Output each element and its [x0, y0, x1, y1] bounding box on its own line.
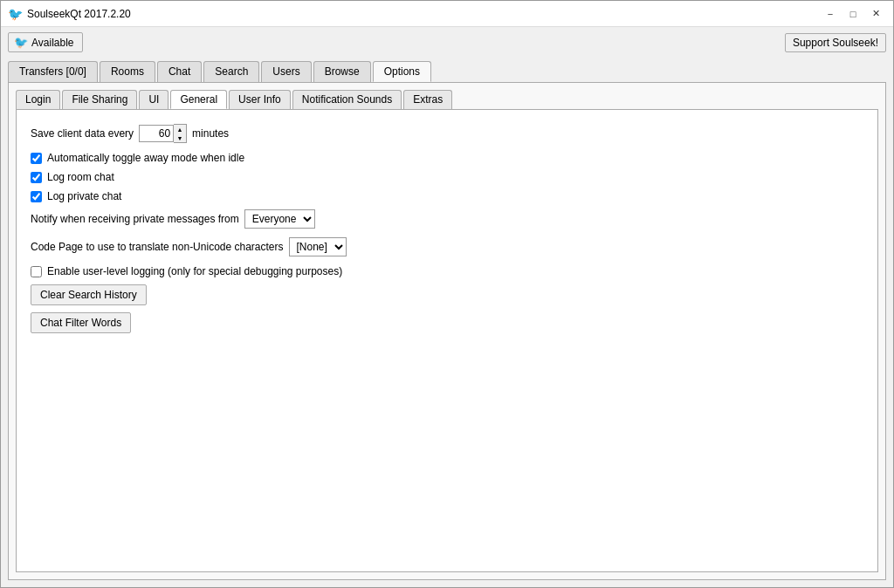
log-private-row: Log private chat [31, 190, 863, 202]
nav-tabs: Transfers [0/0] Rooms Chat Search Users … [1, 58, 893, 82]
save-client-label: Save client data every [31, 127, 134, 140]
notify-select[interactable]: Everyone Friends No one [244, 209, 315, 229]
subtab-extras[interactable]: Extras [403, 90, 452, 109]
tab-browse[interactable]: Browse [313, 61, 371, 82]
tab-transfers[interactable]: Transfers [0/0] [8, 61, 98, 82]
save-interval-input[interactable] [139, 125, 174, 142]
log-room-row: Log room chat [31, 171, 863, 183]
code-page-label: Code Page to use to translate non-Unicod… [31, 241, 284, 253]
subtab-file-sharing[interactable]: File Sharing [62, 90, 137, 109]
minimize-button[interactable]: − [820, 5, 841, 23]
title-bar-left: 🐦 SoulseekQt 2017.2.20 [8, 7, 131, 21]
user-logging-checkbox[interactable] [31, 266, 42, 277]
tab-chat[interactable]: Chat [157, 61, 202, 82]
general-panel: Save client data every ▲ ▼ minutes Autom… [16, 109, 878, 572]
title-bar: 🐦 SoulseekQt 2017.2.20 − □ ✕ [1, 1, 893, 27]
auto-away-label: Automatically toggle away mode when idle [47, 152, 244, 164]
notify-label: Notify when receiving private messages f… [31, 213, 239, 225]
maximize-button[interactable]: □ [842, 5, 863, 23]
spin-down-button[interactable]: ▼ [174, 133, 186, 142]
clear-history-button[interactable]: Clear Search History [31, 284, 147, 305]
save-interval-spinner[interactable]: ▲ ▼ [139, 124, 187, 143]
close-button[interactable]: ✕ [865, 5, 886, 23]
subtab-login[interactable]: Login [16, 90, 60, 109]
save-client-row: Save client data every ▲ ▼ minutes [31, 124, 863, 143]
code-page-select[interactable]: [None] [289, 237, 347, 256]
log-private-label: Log private chat [47, 190, 121, 202]
toolbar: 🐦 Available Support Soulseek! [1, 27, 893, 58]
available-button[interactable]: 🐦 Available [8, 32, 83, 52]
code-page-row: Code Page to use to translate non-Unicod… [31, 237, 863, 256]
chat-filter-container: Chat Filter Words [31, 312, 863, 333]
subtab-general[interactable]: General [170, 90, 227, 109]
content-area: Login File Sharing UI General User Info … [8, 82, 886, 580]
tab-search[interactable]: Search [203, 61, 259, 82]
subtab-ui[interactable]: UI [139, 90, 168, 109]
save-client-suffix: minutes [192, 127, 229, 140]
subtab-user-info[interactable]: User Info [229, 90, 291, 109]
spinner-buttons: ▲ ▼ [174, 124, 187, 143]
user-logging-label: Enable user-level logging (only for spec… [47, 265, 342, 277]
log-room-label: Log room chat [47, 171, 114, 183]
spin-up-button[interactable]: ▲ [174, 125, 186, 133]
window-controls: − □ ✕ [820, 5, 886, 23]
chat-filter-button[interactable]: Chat Filter Words [31, 312, 131, 333]
notify-row: Notify when receiving private messages f… [31, 209, 863, 229]
tab-options[interactable]: Options [373, 61, 431, 82]
available-label: Available [31, 37, 73, 49]
sub-tabs: Login File Sharing UI General User Info … [9, 83, 885, 109]
log-room-checkbox[interactable] [31, 172, 42, 183]
subtab-notification-sounds[interactable]: Notification Sounds [292, 90, 402, 109]
log-private-checkbox[interactable] [31, 191, 42, 202]
auto-away-checkbox[interactable] [31, 153, 42, 164]
support-button[interactable]: Support Soulseek! [785, 33, 886, 52]
clear-history-container: Clear Search History [31, 284, 863, 305]
tab-users[interactable]: Users [261, 61, 311, 82]
user-logging-row: Enable user-level logging (only for spec… [31, 265, 863, 277]
tab-rooms[interactable]: Rooms [100, 61, 155, 82]
main-window: 🐦 SoulseekQt 2017.2.20 − □ ✕ 🐦 Available… [0, 0, 894, 588]
app-icon: 🐦 [8, 7, 22, 21]
bird-icon: 🐦 [14, 36, 28, 49]
window-title: SoulseekQt 2017.2.20 [27, 8, 131, 20]
auto-away-row: Automatically toggle away mode when idle [31, 152, 863, 164]
